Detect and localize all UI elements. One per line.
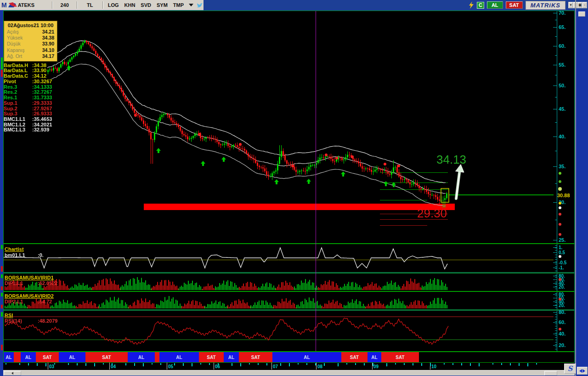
- time-axis-tick: [209, 363, 210, 365]
- restore-button[interactable]: ▣: [578, 2, 582, 8]
- time-axis-separator: [316, 363, 317, 370]
- dip2-axis-tick: [553, 302, 557, 302]
- dip1-axis-tick: [553, 276, 557, 276]
- time-axis-tick: [324, 363, 325, 366]
- time-axis-label: 09: [373, 364, 379, 369]
- time-axis-tick: [501, 363, 502, 365]
- time-axis-tick: [306, 363, 307, 365]
- chartist-axis-tick-label: -0.5: [559, 260, 566, 265]
- chevron-down-icon[interactable]: [189, 4, 193, 6]
- time-axis-tick: [54, 363, 55, 365]
- period-label[interactable]: 240: [55, 2, 75, 8]
- scroll-thumb[interactable]: [544, 371, 557, 376]
- dip1-axis-tick: [553, 287, 557, 287]
- rsi-axis-minor-tick: [555, 340, 557, 340]
- menu-item-sym[interactable]: SYM: [154, 2, 170, 8]
- tooltip-row: Ağ. Ort34.17: [7, 53, 54, 59]
- tooltip-row: Düşük33.90: [7, 41, 54, 47]
- dropdown-button[interactable]: ▾: [569, 2, 573, 8]
- rsi-title: RSI: [5, 313, 13, 318]
- axis-corner-button[interactable]: [578, 11, 585, 17]
- panel-edge-mark: [1, 286, 3, 290]
- chartist-axis-tick: [553, 268, 557, 268]
- main-last-value-dot: [559, 172, 561, 175]
- prev-page-icon[interactable]: [579, 369, 582, 373]
- signal-segment-sat: SAT: [381, 352, 419, 362]
- time-axis-tick: [364, 363, 365, 365]
- main-axis-tick-label: 60.: [559, 43, 565, 49]
- buy-button[interactable]: AL: [487, 1, 503, 9]
- time-axis-tick: [413, 363, 413, 365]
- rsi-axis-minor-tick: [555, 344, 557, 345]
- signal-segment-al: AL: [368, 352, 381, 362]
- dip2-axis-minor-tick: [555, 300, 557, 301]
- rsi-axis-minor-tick: [555, 328, 557, 329]
- twitter-icon[interactable]: [197, 2, 204, 8]
- time-axis-tick: [200, 363, 201, 365]
- tooltip-datetime: 02Ağustos21 10:00: [7, 23, 54, 28]
- c-badge-icon[interactable]: C: [477, 2, 484, 9]
- title-bar-left: M ATEKS 240 TL LOGKHNSVDSYMTMP: [0, 0, 204, 10]
- dip1-axis-minor-tick: [555, 277, 557, 278]
- time-axis-tick: [289, 363, 290, 366]
- time-axis-tick: [266, 363, 267, 365]
- chartist-value: bm01.L1:0.: [5, 253, 44, 258]
- horizontal-scrollbar[interactable]: [3, 370, 575, 376]
- currency-label[interactable]: TL: [79, 2, 101, 8]
- time-axis-tick: [192, 363, 192, 366]
- menu-item-tmp[interactable]: TMP: [170, 2, 187, 8]
- matriks-data-button[interactable]: S: [564, 364, 576, 374]
- rsi-canvas[interactable]: [4, 311, 554, 351]
- support-price-label: 29.30: [417, 206, 447, 221]
- panel-edge-mark: [1, 305, 3, 308]
- time-axis-separator: [167, 363, 167, 370]
- rsi-axis-tick-label: 60.: [559, 319, 565, 325]
- time-axis-tick: [461, 363, 462, 365]
- dip1-canvas[interactable]: [4, 273, 554, 291]
- signal-segment-sat: SAT: [36, 352, 59, 362]
- crosshair-vertical-line: [316, 11, 316, 351]
- menu-item-khn[interactable]: KHN: [122, 2, 138, 8]
- chartist-axis-tick: [553, 262, 557, 263]
- next-page-icon[interactable]: [582, 369, 585, 373]
- scroll-left-button[interactable]: [4, 371, 21, 376]
- tooltip-row: Kapanış34.10: [7, 47, 54, 53]
- chartist-axis-minor-tick: [555, 257, 557, 257]
- time-axis-separator: [48, 363, 48, 370]
- close-button[interactable]: ▫: [582, 2, 587, 8]
- signal-segment-al: AL: [272, 352, 341, 362]
- main-axis-tick: [553, 65, 557, 65]
- menu-item-log[interactable]: LOG: [105, 2, 122, 8]
- dip2-value: DIP2.L1:54.72: [5, 299, 52, 304]
- symbol-label[interactable]: ATEKS: [18, 2, 50, 8]
- dip2-axis-tick: [553, 294, 557, 295]
- page-nav-buttons[interactable]: [577, 367, 588, 375]
- chartist-canvas[interactable]: [4, 244, 554, 272]
- matriks-bird-logo-icon: [8, 1, 18, 9]
- lightning-icon[interactable]: [469, 1, 474, 9]
- rsi-axis-tick: [553, 345, 557, 346]
- main-axis-tick: [553, 109, 557, 109]
- time-axis-tick: [355, 363, 356, 365]
- rsi-axis-tick: [553, 322, 557, 323]
- rsi-axis-minor-tick: [555, 337, 557, 338]
- time-axis-tick: [19, 363, 20, 365]
- ohlc-tooltip: 02Ağustos21 10:00 Açılış34.21Yüksek34.38…: [4, 21, 57, 62]
- dip1-value: DIP1.L1:62.0522: [5, 281, 57, 286]
- price-chart-canvas[interactable]: [4, 11, 554, 244]
- separator: [52, 1, 53, 9]
- rsi-axis-minor-tick: [555, 347, 557, 347]
- time-axis-tick: [143, 363, 144, 366]
- main-axis-minor-tick: [555, 151, 557, 151]
- target-price-label: 34.13: [436, 153, 466, 167]
- time-axis-label: 07: [273, 364, 278, 369]
- menu-item-svd[interactable]: SVD: [138, 2, 154, 8]
- rsi-axis-minor-tick: [555, 317, 557, 317]
- time-axis-tick: [249, 363, 250, 365]
- dip2-canvas[interactable]: [4, 292, 554, 309]
- dip1-axis-minor-tick: [555, 286, 557, 287]
- dip2-axis-tick: [553, 305, 557, 306]
- panel-edge-mark: [1, 266, 3, 272]
- time-axis-tick: [134, 363, 135, 366]
- sell-button[interactable]: SAT: [506, 1, 523, 9]
